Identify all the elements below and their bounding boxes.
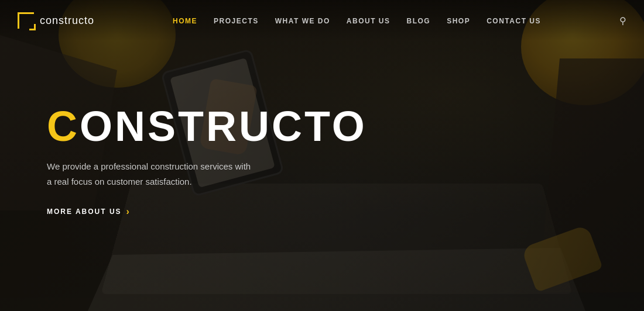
hero-title-first-letter: C bbox=[47, 103, 80, 150]
nav-link-shop[interactable]: SHOP bbox=[447, 17, 470, 25]
nav-link-contact-us[interactable]: CONTACT US bbox=[487, 17, 541, 25]
hero-subtitle: We provide a professional construction s… bbox=[47, 159, 367, 189]
navbar: constructo HOME PROJECTS WHAT WE DO ABOU… bbox=[0, 0, 644, 41]
nav-item-contact-us[interactable]: CONTACT US bbox=[487, 15, 541, 26]
hero-title: CONSTRUCTO bbox=[47, 105, 367, 147]
nav-item-projects[interactable]: PROJECTS bbox=[214, 15, 259, 26]
nav-item-shop[interactable]: SHOP bbox=[447, 15, 470, 26]
search-icon[interactable]: ⚲ bbox=[619, 15, 626, 26]
logo-icon bbox=[18, 12, 34, 29]
logo[interactable]: constructo bbox=[18, 12, 94, 29]
nav-item-home[interactable]: HOME bbox=[173, 15, 197, 26]
hero-title-rest: ONSTRUCTO bbox=[80, 103, 367, 150]
hero-content: CONSTRUCTO We provide a professional con… bbox=[47, 105, 367, 217]
nav-item-what-we-do[interactable]: WHAT WE DO bbox=[275, 15, 330, 26]
nav-link-about-us[interactable]: ABOUT US bbox=[347, 17, 390, 25]
hero-section: constructo HOME PROJECTS WHAT WE DO ABOU… bbox=[0, 0, 644, 311]
nav-item-blog[interactable]: BLOG bbox=[407, 15, 431, 26]
nav-link-blog[interactable]: BLOG bbox=[407, 17, 431, 25]
logo-text: constructo bbox=[40, 15, 94, 27]
hero-cta-button[interactable]: MORE ABOUT US › bbox=[47, 206, 367, 217]
nav-menu: HOME PROJECTS WHAT WE DO ABOUT US BLOG S… bbox=[173, 15, 541, 26]
nav-item-about-us[interactable]: ABOUT US bbox=[347, 15, 390, 26]
nav-link-projects[interactable]: PROJECTS bbox=[214, 17, 259, 25]
nav-link-what-we-do[interactable]: WHAT WE DO bbox=[275, 17, 330, 25]
hero-cta-arrow: › bbox=[126, 206, 131, 217]
hero-cta-label: MORE ABOUT US bbox=[47, 208, 122, 216]
nav-link-home[interactable]: HOME bbox=[173, 17, 197, 25]
